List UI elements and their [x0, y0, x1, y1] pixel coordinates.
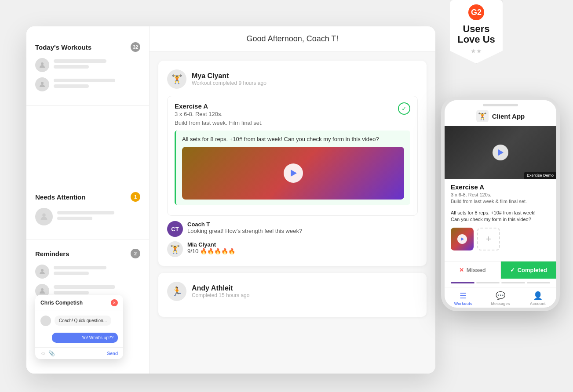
phone-nav: ☰ Workouts 💬 Messages 👤 Account [445, 287, 556, 308]
mya-name: Mya Clyant [192, 72, 266, 80]
chat-attachment-icon[interactable]: 📎 [48, 350, 55, 356]
attention-avatar [35, 208, 53, 225]
comment-text: All sets for 8 reps. +10# from last week… [182, 136, 404, 142]
chat-emoji-icon[interactable]: ☺ [40, 350, 46, 356]
nav-workouts[interactable]: ☰ Workouts [445, 291, 482, 306]
client-name: Mia Clyant [187, 241, 235, 248]
needs-attention-section: Needs Attention 1 [26, 185, 149, 238]
coach-reply-row: CT Coach T Looking great! How's strength… [167, 221, 418, 237]
check-icon: ✓ [398, 102, 410, 115]
workouts-label: Workouts [454, 301, 472, 306]
svg-point-0 [41, 62, 44, 65]
attention-user-row[interactable] [35, 208, 140, 225]
progress-seg-2 [476, 282, 500, 283]
completed-label: Completed [518, 267, 547, 273]
main-content: Good Afternoon, Coach T! 🏋️ Mya Clyant W… [150, 26, 435, 374]
checkmark-icon: ✓ [510, 267, 515, 273]
play-button[interactable] [284, 163, 303, 183]
phone-add-media-button[interactable]: + [477, 228, 500, 250]
phone-thumb-play-icon [461, 237, 464, 241]
phone-body: Exercise Demo Exercise A 3 x 6-8. Rest 1… [445, 126, 556, 308]
chat-header: Chris Competish ✕ [35, 295, 123, 311]
placeholder-lines-2 [54, 79, 140, 90]
chat-msg-sent: Yo! What's up?? [52, 333, 118, 343]
nav-messages[interactable]: 💬 Messages [482, 291, 519, 306]
reminders-badge: 2 [131, 249, 140, 258]
reminder-avatar-1 [35, 265, 49, 279]
account-icon: 👤 [533, 291, 543, 301]
mya-avatar: 🏋️ [167, 69, 186, 89]
missed-label: Missed [467, 267, 486, 273]
activity-card-1: 🏋️ Mya Clyant Workout completed 9 hours … [158, 61, 427, 266]
phone-content: Exercise A 3 x 6-8. Rest 120s.Build from… [445, 179, 556, 261]
needs-attention-badge: 1 [131, 192, 140, 202]
g2-stars: ★★ [455, 47, 497, 54]
workout-user-row-2[interactable] [35, 77, 140, 91]
activity-card-2: 🏃 Andy Athleit Completed 15 hours ago [158, 273, 427, 317]
workouts-icon: ☰ [460, 291, 467, 301]
phone-action-row: ✕ Missed ✓ Completed [445, 261, 556, 279]
progress-seg-1 [451, 282, 474, 283]
mya-time: Workout completed 9 hours ago [192, 80, 266, 86]
client-reply-text: 9/10 🔥🔥🔥🔥🔥 [187, 248, 235, 254]
nav-account[interactable]: 👤 Account [519, 291, 556, 306]
chat-body: Coach! Quick question... Yo! What's up?? [35, 311, 123, 347]
g2-badge: G2 Users Love Us ★★ [450, 0, 503, 63]
chat-bubble: Chris Competish ✕ Coach! Quick question.… [35, 295, 123, 359]
phone-video[interactable]: Exercise Demo [445, 126, 556, 179]
phone-comment: All sets for 8 reps. +10# from last week… [451, 210, 550, 223]
phone-video-overlay: Exercise Demo [524, 172, 556, 179]
phone-media-row: + [451, 228, 550, 250]
phone-frame: 🏋️ Client App Exercise Demo Exercise A 3… [441, 97, 560, 311]
attention-placeholder [57, 211, 140, 222]
phone-notch [483, 104, 518, 106]
client-reply-row: 🏋️ Mia Clyant 9/10 🔥🔥🔥🔥🔥 [167, 241, 418, 257]
svg-point-4 [41, 288, 44, 291]
main-header-title: Good Afternoon, Coach T! [247, 34, 339, 43]
phone-missed-button[interactable]: ✕ Missed [445, 261, 501, 279]
phone-thumb-video[interactable] [451, 228, 474, 250]
phone-thumb-play-btn[interactable] [457, 234, 467, 244]
phone-play-icon [498, 149, 504, 156]
exercise-info: Exercise A 3 x 6-8. Rest 120s. Build fro… [175, 102, 263, 127]
chat-close-button[interactable]: ✕ [111, 299, 118, 306]
reminders-label: Reminders [35, 250, 69, 258]
activity-user-row-1: 🏋️ Mya Clyant Workout completed 9 hours … [167, 69, 418, 89]
x-icon: ✕ [459, 267, 464, 273]
reminder-row-1[interactable] [35, 265, 140, 279]
phone-header-title: Client App [492, 113, 525, 120]
phone-exercise-detail: 3 x 6-8. Rest 120s.Build from last week … [451, 192, 550, 205]
todays-workouts-badge: 32 [131, 42, 140, 52]
avatar-1 [35, 58, 49, 72]
exercise-name: Exercise A [175, 102, 263, 110]
chat-send-button[interactable]: Send [107, 351, 118, 356]
mya-info: Mya Clyant Workout completed 9 hours ago [192, 72, 266, 86]
exercise-detail-1: 3 x 6-8. Rest 120s. [175, 110, 263, 119]
andy-avatar: 🏃 [167, 282, 186, 301]
messages-icon: 💬 [496, 291, 505, 301]
todays-workouts-section: Today's Workouts 32 [26, 35, 149, 104]
main-header: Good Afternoon, Coach T! [150, 26, 435, 52]
phone-app-icon: 🏋️ [476, 110, 489, 122]
client-avatar: 🏋️ [167, 241, 183, 257]
phone-play-button[interactable] [493, 145, 508, 160]
phone-progress [445, 279, 556, 287]
client-reply-content: Mia Clyant 9/10 🔥🔥🔥🔥🔥 [187, 241, 235, 254]
account-label: Account [530, 301, 546, 306]
chat-msg-received: Coach! Quick question... [55, 316, 111, 326]
chat-icons: ☺ 📎 [40, 350, 55, 356]
phone-completed-button[interactable]: ✓ Completed [501, 261, 557, 279]
progress-seg-3 [501, 282, 525, 283]
phone-notch-bar [445, 100, 556, 108]
coach-reply-content: Coach T Looking great! How's strength fe… [187, 221, 302, 234]
comment-block: All sets for 8 reps. +10# from last week… [175, 131, 410, 205]
exercise-block-a: Exercise A 3 x 6-8. Rest 120s. Build fro… [167, 96, 418, 216]
phone-exercise-name: Exercise A [451, 183, 550, 191]
reminder-placeholder-1 [54, 266, 140, 277]
video-thumbnail[interactable] [182, 147, 404, 200]
coach-avatar: CT [167, 221, 183, 237]
needs-attention-label: Needs Attention [35, 193, 85, 201]
progress-seg-4 [527, 282, 551, 283]
chat-input-row: ☺ 📎 Send [35, 347, 123, 359]
workout-user-row-1[interactable] [35, 58, 140, 72]
